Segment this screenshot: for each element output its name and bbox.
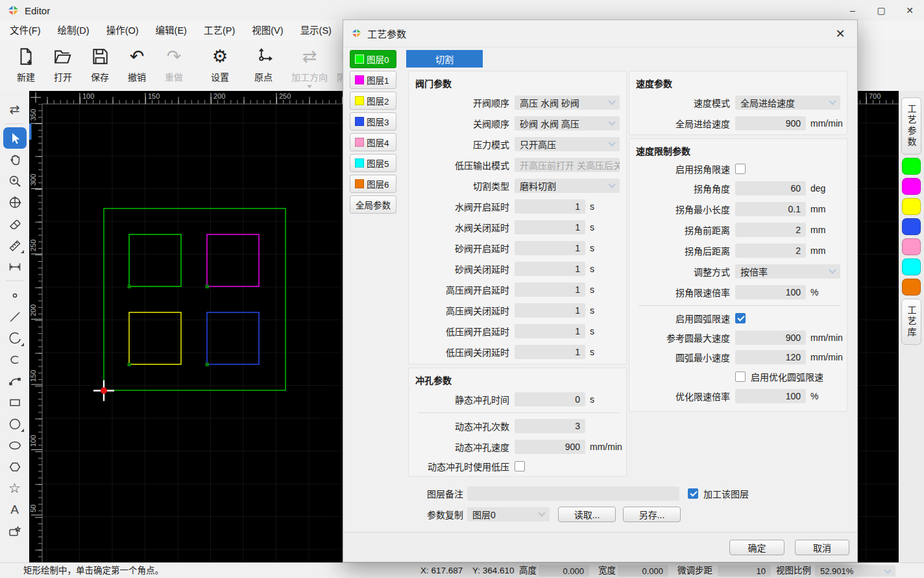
measure-tool[interactable] bbox=[3, 234, 27, 256]
layer-button-5[interactable]: 图层5 bbox=[350, 154, 396, 172]
sand-valve-close-delay-input[interactable]: 1 bbox=[515, 262, 585, 276]
enable-optimized-arc-limit-checkbox[interactable] bbox=[735, 371, 746, 382]
dialog-title-bar[interactable]: 工艺参数 ✕ bbox=[343, 20, 857, 47]
move-view-tool[interactable] bbox=[3, 192, 27, 213]
minimize-icon[interactable]: – bbox=[838, 0, 867, 21]
menu-process[interactable]: 工艺(P) bbox=[195, 21, 243, 40]
dynamic-pierce-speed-input[interactable]: 900 bbox=[515, 440, 585, 454]
process-params-panel-button[interactable]: 工艺参数 bbox=[901, 97, 921, 155]
menu-operate[interactable]: 操作(O) bbox=[98, 21, 147, 40]
water-valve-open-delay-input[interactable]: 1 bbox=[515, 199, 585, 214]
menu-display[interactable]: 显示(S) bbox=[292, 21, 340, 40]
pressure-mode-select[interactable]: 只开高压 bbox=[515, 137, 620, 151]
pan-tool[interactable] bbox=[3, 149, 27, 170]
step-input[interactable]: 10 bbox=[718, 565, 771, 577]
layer-button-6[interactable]: 图层6 bbox=[350, 175, 396, 193]
new-file-button[interactable]: 新建 bbox=[12, 44, 40, 83]
process-this-layer-checkbox[interactable] bbox=[688, 488, 698, 499]
layer-button-2[interactable]: 图层2 bbox=[350, 92, 396, 110]
hp-valve-open-delay-input[interactable]: 1 bbox=[515, 283, 585, 297]
maximize-icon[interactable]: ▢ bbox=[867, 0, 895, 21]
menu-file[interactable]: 文件(F) bbox=[1, 21, 49, 40]
layer-button-3[interactable]: 图层3 bbox=[350, 112, 396, 131]
enable-arc-limit-checkbox[interactable] bbox=[735, 313, 746, 323]
water-valve-close-delay-input[interactable]: 1 bbox=[515, 220, 585, 234]
menu-draw[interactable]: 绘制(D) bbox=[49, 21, 98, 40]
save-button[interactable]: 保存 bbox=[86, 44, 114, 83]
speed-mode-select[interactable]: 全局进给速度 bbox=[735, 95, 840, 110]
zoom-select[interactable]: 52.901% bbox=[815, 565, 895, 577]
dialog-close-icon[interactable]: ✕ bbox=[831, 25, 849, 42]
cancel-button[interactable]: 取消 bbox=[795, 540, 849, 555]
dimension-tool[interactable] bbox=[3, 256, 27, 277]
three-point-arc-tool[interactable] bbox=[3, 370, 27, 392]
arc-open-tool[interactable] bbox=[3, 349, 27, 370]
ref-circle-max-speed-input[interactable]: 900 bbox=[735, 331, 806, 345]
open-valve-order-select[interactable]: 高压 水阀 砂阀 bbox=[515, 95, 620, 110]
lp-valve-open-delay-input[interactable]: 1 bbox=[515, 324, 585, 338]
layer-color-swatch-1[interactable] bbox=[902, 178, 921, 195]
shape-library-tool[interactable] bbox=[3, 520, 27, 542]
corner-before-distance-input[interactable]: 2 bbox=[735, 223, 806, 237]
polygon-tool[interactable] bbox=[3, 456, 27, 477]
layer-color-swatch-2[interactable] bbox=[902, 198, 921, 215]
rectangle-tool[interactable] bbox=[3, 392, 27, 413]
undo-button[interactable]: ↶ 撤销 bbox=[123, 44, 151, 83]
layer-color-swatch-0[interactable] bbox=[902, 158, 921, 175]
arc-min-speed-input[interactable]: 120 bbox=[735, 350, 806, 364]
open-file-button[interactable]: 打开 bbox=[49, 44, 77, 83]
text-tool[interactable]: A bbox=[3, 499, 27, 520]
save-as-button[interactable]: 另存... bbox=[623, 507, 681, 522]
sand-valve-open-delay-input[interactable]: 1 bbox=[515, 241, 585, 255]
height-input[interactable]: 0.000 bbox=[539, 565, 589, 577]
swap-direction-tool[interactable]: ⇄ bbox=[3, 99, 27, 120]
close-icon[interactable]: ✕ bbox=[895, 0, 924, 21]
width-input[interactable]: 0.000 bbox=[618, 565, 668, 577]
layer-button-4[interactable]: 图层4 bbox=[350, 133, 396, 151]
adjust-mode-select[interactable]: 按倍率 bbox=[735, 264, 840, 279]
corner-angle-input[interactable]: 60 bbox=[735, 181, 806, 195]
layer-button-1[interactable]: 图层1 bbox=[350, 71, 396, 89]
zoom-tool[interactable] bbox=[3, 170, 27, 192]
field-label: 砂阀开启延时 bbox=[409, 242, 509, 255]
layer-note-input[interactable] bbox=[467, 486, 679, 501]
corner-limit-ratio-input[interactable]: 100 bbox=[735, 285, 806, 299]
field-label: 启用优化圆弧限速 bbox=[751, 370, 823, 383]
ellipse-tool[interactable] bbox=[3, 434, 27, 456]
layer-color-swatch-5[interactable] bbox=[902, 258, 921, 275]
menu-edit[interactable]: 编辑(E) bbox=[147, 21, 195, 40]
read-button[interactable]: 读取... bbox=[558, 507, 616, 522]
dynamic-pierce-count-input[interactable]: 3 bbox=[515, 419, 585, 433]
corner-min-length-input[interactable]: 0.1 bbox=[735, 202, 806, 216]
layer-color-swatch-4[interactable] bbox=[902, 238, 921, 255]
erase-tool[interactable] bbox=[3, 213, 27, 234]
optimized-limit-ratio-input[interactable]: 100 bbox=[735, 389, 806, 403]
param-copy-select[interactable]: 图层0 bbox=[467, 507, 550, 521]
lp-valve-close-delay-input[interactable]: 1 bbox=[515, 345, 585, 359]
global-params-button[interactable]: 全局参数 bbox=[350, 195, 396, 214]
arc-tool[interactable] bbox=[3, 327, 27, 349]
process-library-panel-button[interactable]: 工艺库 bbox=[901, 299, 921, 345]
hp-valve-close-delay-input[interactable]: 1 bbox=[515, 303, 585, 318]
enable-corner-limit-checkbox[interactable] bbox=[735, 164, 746, 174]
layer-swatch bbox=[355, 96, 364, 105]
layer-button-0[interactable]: 图层0 bbox=[350, 50, 396, 68]
layer-color-swatch-6[interactable] bbox=[902, 279, 921, 295]
layer-color-swatch-3[interactable] bbox=[902, 218, 921, 235]
tab-cut[interactable]: 切割 bbox=[406, 50, 483, 68]
settings-button[interactable]: ⚙ 设置 bbox=[206, 44, 234, 83]
star-tool[interactable]: ☆ bbox=[3, 477, 27, 499]
close-valve-order-select[interactable]: 砂阀 水阀 高压 bbox=[515, 116, 620, 131]
global-feed-speed-input[interactable]: 900 bbox=[735, 116, 806, 131]
point-tool[interactable] bbox=[3, 284, 27, 306]
menu-view[interactable]: 视图(V) bbox=[243, 21, 291, 40]
line-tool[interactable] bbox=[3, 306, 27, 327]
corner-after-distance-input[interactable]: 2 bbox=[735, 244, 806, 258]
select-tool[interactable] bbox=[3, 127, 27, 149]
circle-tool[interactable] bbox=[3, 413, 27, 434]
cut-type-select[interactable]: 磨料切割 bbox=[515, 179, 620, 193]
dynamic-pierce-low-pressure-checkbox[interactable] bbox=[515, 461, 525, 471]
origin-button[interactable]: 原点 bbox=[249, 44, 278, 83]
static-pierce-time-input[interactable]: 0 bbox=[515, 392, 585, 407]
ok-button[interactable]: 确定 bbox=[729, 540, 784, 555]
